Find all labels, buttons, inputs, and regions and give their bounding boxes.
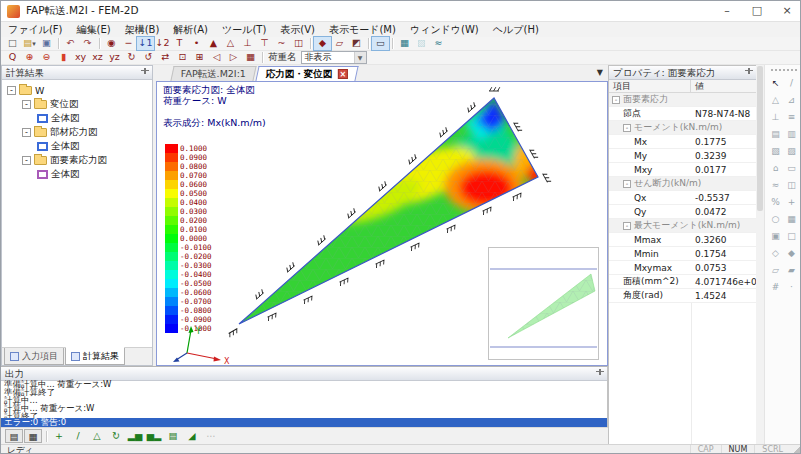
property-row-3[interactable]: Mx0.1775 — [609, 135, 756, 149]
rotate-ccw-button[interactable]: ↺ — [140, 51, 157, 64]
redo-button[interactable]: ↷ — [79, 37, 96, 50]
percent-tool-icon[interactable]: % — [768, 194, 784, 211]
document-tab-1[interactable]: 応力図・変位図× — [256, 66, 359, 81]
view-xz-button[interactable]: xz — [89, 51, 106, 64]
rotate-view-button[interactable]: ↻ — [123, 51, 140, 64]
support-symbols-button[interactable]: ⊥ — [239, 37, 256, 50]
save-file-button[interactable]: ▣ — [38, 37, 55, 50]
capture-image-button[interactable]: ▦ — [396, 37, 413, 50]
spring-symbols-button[interactable]: ⊤ — [256, 37, 273, 50]
stress-canvas[interactable]: 面要素応力図: 全体図 荷重ケース: W 表示成分: Mx(kN.m/m) 0.… — [156, 81, 608, 366]
zoom-select-button[interactable]: Q — [4, 51, 21, 64]
fit-view-button[interactable]: ⊡ — [174, 51, 191, 64]
tree-item-5[interactable]: -面要素応力図 — [2, 153, 152, 167]
tab-close-icon[interactable]: × — [338, 69, 348, 79]
minimize-button[interactable]: – — [712, 1, 742, 21]
add-support-icon[interactable]: ⊥ — [768, 109, 784, 126]
menu-item-0[interactable]: ファイル(F) — [1, 22, 70, 37]
open-result-button[interactable]: ▤ — [164, 429, 182, 443]
face-elements-button[interactable]: ◫ — [290, 37, 307, 50]
add-element-button[interactable]: △ — [88, 429, 106, 443]
property-row-12[interactable]: Mxymax0.0753 — [609, 261, 756, 275]
expander-icon[interactable]: - — [623, 124, 631, 132]
box-tool-icon[interactable]: □ — [784, 228, 800, 245]
expander-icon[interactable]: - — [22, 100, 31, 109]
circle-tool-icon[interactable]: ○ — [768, 211, 784, 228]
document-tab-0[interactable]: FAP転送.M2I:1 — [170, 66, 256, 81]
house-tool-icon[interactable]: ⌂ — [768, 160, 784, 177]
menu-item-4[interactable]: ツール(T) — [215, 22, 273, 37]
panel-tool-icon[interactable]: ▣ — [768, 228, 784, 245]
swap-view-button[interactable]: ⇄ — [157, 51, 174, 64]
frame-tool-icon[interactable]: ▭ — [784, 160, 800, 177]
next-result-button[interactable]: ▷ — [225, 51, 242, 64]
property-row-6[interactable]: -せん断力(kN/m) — [609, 177, 756, 191]
output-line-1[interactable]: 準備計算終了 — [1, 388, 607, 396]
output-grid-button[interactable]: ▦ — [24, 429, 42, 443]
mesh-tool-icon[interactable]: ▨ — [784, 143, 800, 160]
figure-edit-button[interactable]: ▱ — [331, 37, 348, 50]
panel-tab-1[interactable]: 計算結果 — [65, 347, 125, 365]
dot-tool-icon[interactable]: · — [784, 279, 800, 296]
solid-diamond-tool-icon[interactable]: ◆ — [784, 245, 800, 262]
output-line-0[interactable]: 準備計算中... 荷重ケース:W — [1, 380, 607, 388]
menu-item-2[interactable]: 架構(B) — [118, 22, 167, 37]
pin-icon[interactable] — [140, 68, 149, 77]
property-row-4[interactable]: My0.3239 — [609, 149, 756, 163]
undo-button[interactable]: ↶ — [62, 37, 79, 50]
prev-result-button[interactable]: ◁ — [208, 51, 225, 64]
output-line-3[interactable]: 計算中... 荷重ケース:W — [1, 404, 607, 412]
menu-item-6[interactable]: 表示モード(M) — [322, 22, 403, 37]
node-points-button[interactable]: • — [188, 37, 205, 50]
property-row-5[interactable]: Mxy0.0177 — [609, 163, 756, 177]
menu-item-3[interactable]: 解析(A) — [166, 22, 215, 37]
close-button[interactable]: × — [772, 1, 801, 21]
expander-icon[interactable]: - — [22, 156, 31, 165]
tab-list-dropdown-icon[interactable]: ▼ — [597, 68, 603, 77]
probe-select-button[interactable]: ◉ — [103, 37, 120, 50]
new-window-button[interactable]: ▭ — [372, 37, 389, 50]
property-scrollbar[interactable] — [756, 65, 764, 444]
corner-tool-button[interactable]: ◢ — [183, 429, 201, 443]
property-row-13[interactable]: 面積(mm^2)4.071746e+003 — [609, 275, 756, 289]
display-mode-button[interactable]: ▦ — [242, 51, 259, 64]
menu-item-7[interactable]: ウィンドウ(W) — [403, 22, 486, 37]
add-triangle-icon[interactable]: △ — [768, 92, 784, 109]
palette-drag-handle[interactable] — [771, 69, 797, 72]
expander-icon[interactable]: - — [7, 86, 16, 95]
para-tool-icon[interactable]: ▱ — [768, 262, 784, 279]
property-row-14[interactable]: 角度(rad)1.4524 — [609, 289, 756, 303]
output-table-button[interactable]: ▤ — [5, 429, 23, 443]
chart-high-button[interactable]: ▅▂ — [145, 429, 163, 443]
open-file-button[interactable]: ▤▾ — [21, 37, 38, 50]
add-beam-icon[interactable]: ≡ — [784, 109, 800, 126]
menu-item-1[interactable]: 編集(E) — [70, 22, 118, 37]
node-numbers-button[interactable]: ↓1 — [137, 37, 154, 50]
text-labels-button[interactable]: T — [171, 37, 188, 50]
view-yz-button[interactable]: yz — [106, 51, 123, 64]
grid-view-button[interactable]: ⊞ — [191, 51, 208, 64]
load-name-combobox[interactable]: 非表示▼ — [301, 51, 367, 64]
shrink-elements-button[interactable]: − — [120, 37, 137, 50]
tree-item-1[interactable]: -変位図 — [2, 97, 152, 111]
element-numbers-button[interactable]: ↓2 — [154, 37, 171, 50]
figure-annotate-button[interactable]: ◆ — [314, 37, 331, 50]
property-row-10[interactable]: Mmax0.3260 — [609, 233, 756, 247]
expander-icon[interactable]: - — [623, 222, 631, 230]
tree-item-3[interactable]: -部材応力図 — [2, 125, 152, 139]
element-mesh-button[interactable]: △ — [222, 37, 239, 50]
tree-item-2[interactable]: 全体図 — [2, 111, 152, 125]
diamond-tool-icon[interactable]: ◇ — [768, 245, 784, 262]
expander-icon[interactable]: - — [623, 180, 631, 188]
zoom-window-button[interactable]: ▮ — [55, 51, 72, 64]
refresh-result-button[interactable]: ↻ — [107, 429, 125, 443]
node-load-icon[interactable]: ▥ — [784, 126, 800, 143]
expander-icon[interactable]: - — [612, 96, 620, 104]
plus-tool-icon[interactable]: + — [784, 194, 800, 211]
property-row-8[interactable]: Qy0.0472 — [609, 205, 756, 219]
add-wedge-icon[interactable]: ⊿ — [784, 92, 800, 109]
figure-copy-button[interactable]: ◩ — [348, 37, 365, 50]
resize-grip[interactable] — [793, 446, 801, 454]
wave-tool-icon[interactable]: ≈ — [768, 177, 784, 194]
pin-icon[interactable] — [595, 369, 604, 378]
